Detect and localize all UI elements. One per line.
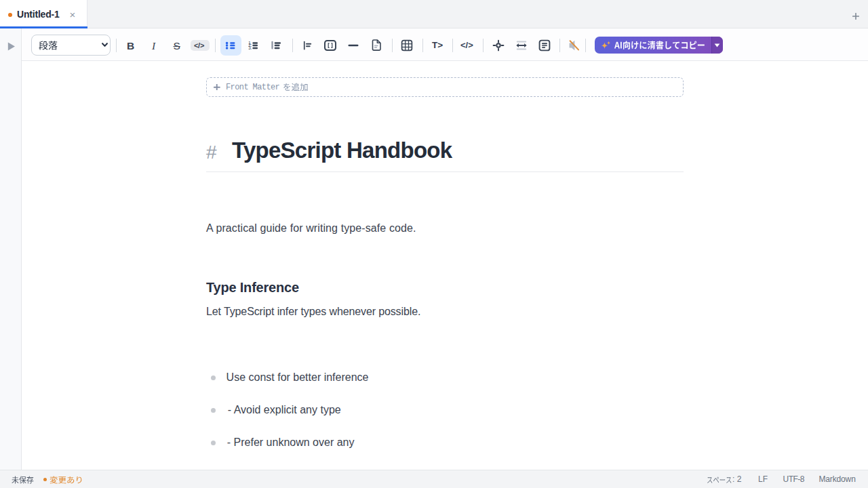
svg-text:3.: 3. bbox=[248, 45, 252, 50]
